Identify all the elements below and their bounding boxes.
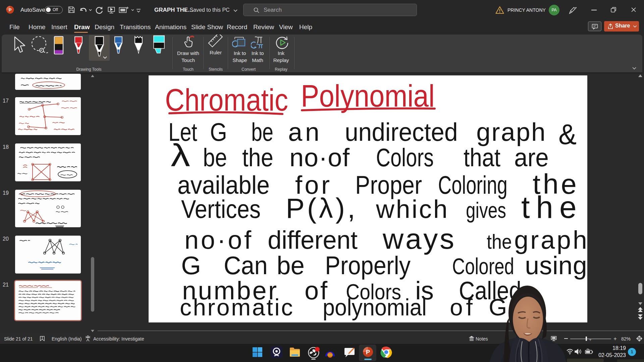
svg-text:an: an bbox=[288, 118, 319, 146]
svg-text:different: different bbox=[268, 226, 358, 254]
svg-text:chromatic: chromatic bbox=[180, 294, 293, 320]
svg-text:graph: graph bbox=[514, 226, 587, 254]
svg-text:Can: Can bbox=[224, 251, 268, 280]
svg-text:graph: graph bbox=[476, 118, 545, 146]
svg-text:ways: ways bbox=[382, 223, 454, 255]
svg-text:which: which bbox=[376, 195, 447, 223]
svg-text:the: the bbox=[242, 143, 273, 172]
svg-text:polynomial: polynomial bbox=[323, 294, 427, 320]
svg-text:the: the bbox=[487, 230, 512, 253]
svg-text:using: using bbox=[525, 251, 587, 280]
svg-text:G: G bbox=[210, 118, 227, 146]
svg-text:that: that bbox=[464, 143, 500, 172]
svg-text:P: P bbox=[366, 349, 370, 356]
svg-text:P(λ),: P(λ), bbox=[286, 192, 355, 224]
svg-text:the: the bbox=[521, 190, 577, 224]
svg-text:of: of bbox=[450, 294, 473, 320]
svg-text:&: & bbox=[558, 118, 577, 150]
svg-text:Properly: Properly bbox=[325, 251, 411, 280]
svg-text:Colors: Colors bbox=[376, 143, 434, 172]
svg-text:no·of: no·of bbox=[289, 143, 350, 172]
svg-text:be: be bbox=[203, 143, 227, 172]
svg-text:be: be bbox=[251, 118, 273, 146]
svg-text:be: be bbox=[277, 251, 305, 280]
svg-text:λ: λ bbox=[171, 137, 190, 173]
svg-text:gives: gives bbox=[466, 198, 506, 223]
svg-text:undirected: undirected bbox=[345, 118, 458, 146]
svg-text:G: G bbox=[181, 251, 201, 280]
svg-text:Vertices: Vertices bbox=[181, 195, 261, 223]
svg-text:Colored: Colored bbox=[452, 253, 514, 279]
svg-text:no·of: no·of bbox=[184, 226, 252, 254]
svg-text:Coloring: Coloring bbox=[438, 171, 507, 199]
svg-text:are: are bbox=[514, 143, 549, 172]
